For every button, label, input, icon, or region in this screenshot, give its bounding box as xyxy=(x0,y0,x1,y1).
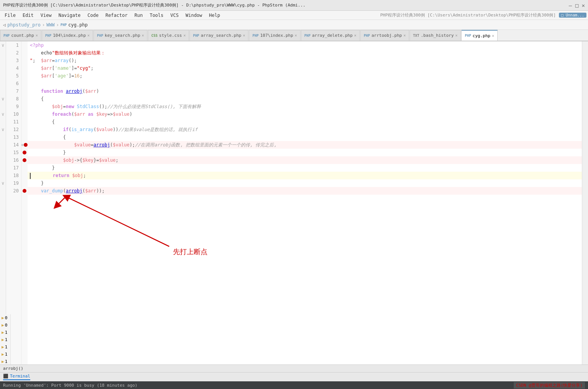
tab-key-search[interactable]: PHP key_search.php × xyxy=(93,30,147,41)
folder-icon-7: ▶ xyxy=(2,359,4,364)
tabbar: PHP count.php × PHP 104\index.php × PHP … xyxy=(0,30,588,41)
code-line-4: $arr['name']="cyg"; xyxy=(28,64,582,72)
php-icon-3: PHP xyxy=(97,34,103,38)
php-icon-6: PHP xyxy=(304,34,310,38)
fold-toggle-12[interactable]: ∨ xyxy=(0,126,6,133)
code-line-14: $value=arrobj($value);//在调用arrobj函数, 把数组… xyxy=(28,141,582,149)
tab-count[interactable]: PHP count.php × xyxy=(0,30,41,41)
tree-item-1[interactable]: ▶ 0 xyxy=(0,314,10,321)
breadcrumb-php-icon: PHP xyxy=(60,23,67,27)
tab-close-arrtoobj[interactable]: × xyxy=(403,33,406,38)
folder-icon-4: ▶ xyxy=(2,337,4,342)
code-line-16: $obj->{$key}=$value; xyxy=(28,156,582,164)
nav-back[interactable]: ◁ xyxy=(3,22,6,28)
tree-item-4[interactable]: ▶ 1 xyxy=(0,336,10,343)
terminal-label: Terminal xyxy=(10,374,30,379)
right-collapsed-panel xyxy=(582,41,588,372)
csdn-watermark: CSDN @贾哥的编程之路(快爱分享) xyxy=(514,382,585,389)
tab-style[interactable]: CSS style.css × xyxy=(148,30,189,41)
tab-close-count[interactable]: × xyxy=(36,33,38,38)
code-editor[interactable]: <?php echo"数组转换对象输出结果："; $arr=array(); $… xyxy=(28,41,582,310)
tab-bash-history[interactable]: TXT .bash_history × xyxy=(410,30,461,41)
code-line-17: } xyxy=(28,164,582,172)
menu-vcs[interactable]: VCS xyxy=(167,12,182,19)
bp-dot-15[interactable] xyxy=(23,151,26,154)
status-running-text: Running 'Unnamed': Port 9000 is busy (18… xyxy=(3,383,137,388)
bp-gear-icon[interactable]: ⚙ xyxy=(21,143,23,147)
code-line-empty-13 xyxy=(28,287,582,294)
fold-toggle-1[interactable]: ∨ xyxy=(0,41,6,49)
breadcrumb-www[interactable]: WWW xyxy=(46,22,55,28)
menu-code[interactable]: Code xyxy=(85,12,102,19)
css-icon: CSS xyxy=(151,34,157,38)
code-line-13: { xyxy=(28,133,582,141)
menu-edit[interactable]: Edit xyxy=(20,12,37,19)
menu-help[interactable]: Help xyxy=(206,12,223,19)
code-line-empty-9 xyxy=(28,256,582,264)
bp-dot-14[interactable] xyxy=(24,143,28,147)
code-line-empty-10 xyxy=(28,264,582,271)
menu-file[interactable]: File xyxy=(2,12,19,19)
menubar: File Edit View Navigate Code Refactor Ru… xyxy=(0,11,588,20)
fold-toggle-20[interactable]: ∨ xyxy=(0,179,6,187)
code-line-9: $obj=new StdClass();//为什么必须使用StdClass(),… xyxy=(28,103,582,110)
code-line-15: } xyxy=(28,149,582,156)
tree-item-7[interactable]: ▶ 1 xyxy=(0,358,10,365)
tab-close-style[interactable]: × xyxy=(183,33,186,38)
code-line-8: { xyxy=(28,95,582,103)
breadcrumb-project[interactable]: phpstudy_pro xyxy=(7,22,41,28)
tab-104index[interactable]: PHP 104\index.php × xyxy=(42,30,93,41)
code-line-10: foreach($arr as $key=>$value) xyxy=(28,110,582,118)
bp-dot-20[interactable] xyxy=(23,189,26,193)
tab-107index[interactable]: PHP 107\index.php × xyxy=(249,30,300,41)
menu-view[interactable]: View xyxy=(38,12,55,19)
tree-item-2[interactable]: ▶ 0 xyxy=(0,322,10,328)
fold-toggle-7[interactable]: ∨ xyxy=(0,95,6,103)
php-icon-4: PHP xyxy=(193,34,199,38)
menu-run[interactable]: Run xyxy=(131,12,146,19)
php-icon-7: PHP xyxy=(364,34,370,38)
menu-window[interactable]: Window xyxy=(183,12,205,19)
file-tree-sidebar: ▶ 0 ▶ 0 ▶ 1 ▶ 1 ▶ 1 ▶ 1 ▶ 1 ▶ 1 xyxy=(0,314,11,372)
code-line-6 xyxy=(28,80,582,87)
code-line-empty-12 xyxy=(28,279,582,287)
folder-icon-6: ▶ xyxy=(2,352,4,357)
fold-toggle-10[interactable]: ∨ xyxy=(0,110,6,118)
menu-refactor[interactable]: Refactor xyxy=(102,12,131,19)
tab-close-cyg[interactable]: × xyxy=(492,34,494,38)
php-icon-5: PHP xyxy=(252,34,258,38)
bp-dot-16[interactable] xyxy=(23,158,26,162)
menu-navigate[interactable]: Navigate xyxy=(56,12,84,19)
breakpoint-column: ⚙ xyxy=(21,41,28,372)
tab-close-bash[interactable]: × xyxy=(455,33,457,38)
code-line-12: if(is_array($value))//如果$value是数组的话, 就执行… xyxy=(28,126,582,133)
tab-array-search[interactable]: PHP array_search.php × xyxy=(189,30,248,41)
breadcrumb-file[interactable]: cyg.php xyxy=(68,22,88,28)
menu-tools[interactable]: Tools xyxy=(147,12,167,19)
breadcrumb-bar: ◁ phpstudy_pro › WWW › PHP cyg.php xyxy=(0,20,588,30)
folder-icon-3: ▶ xyxy=(2,330,4,335)
code-line-empty-7 xyxy=(28,241,582,248)
function-indicator-bar: arrobj() xyxy=(0,364,588,372)
tab-close-104[interactable]: × xyxy=(87,33,90,38)
code-line-5: $arr['age']=16; xyxy=(28,72,582,80)
code-line-20: var_dump(arrobj($arr)); xyxy=(28,187,582,195)
tab-close-arr-search[interactable]: × xyxy=(243,33,245,38)
tab-array-delete[interactable]: PHP array_delete.php × xyxy=(301,30,360,41)
window-controls: — □ ✕ xyxy=(569,2,585,8)
statusbar: Running 'Unnamed': Port 9000 is busy (18… xyxy=(0,381,588,389)
php-icon-2: PHP xyxy=(45,34,51,38)
tree-item-5[interactable]: ▶ 1 xyxy=(0,343,10,350)
tab-cyg[interactable]: PHP cyg.php × xyxy=(461,30,498,41)
tab-arrtoobj[interactable]: PHP arrtoobj.php × xyxy=(360,30,409,41)
tab-close-107[interactable]: × xyxy=(295,33,297,38)
tree-item-3[interactable]: ▶ 1 xyxy=(0,329,10,336)
tab-close-arr-delete[interactable]: × xyxy=(354,33,356,38)
code-line-empty-8 xyxy=(28,248,582,256)
terminal-tab[interactable]: ⬛ Terminal xyxy=(3,374,30,380)
code-line-18: return $obj; xyxy=(28,172,582,179)
code-line-empty-1 xyxy=(28,195,582,202)
tree-item-6[interactable]: ▶ 1 xyxy=(0,351,10,358)
code-line-empty-15 xyxy=(28,302,582,310)
tab-close-key[interactable]: × xyxy=(142,33,144,38)
